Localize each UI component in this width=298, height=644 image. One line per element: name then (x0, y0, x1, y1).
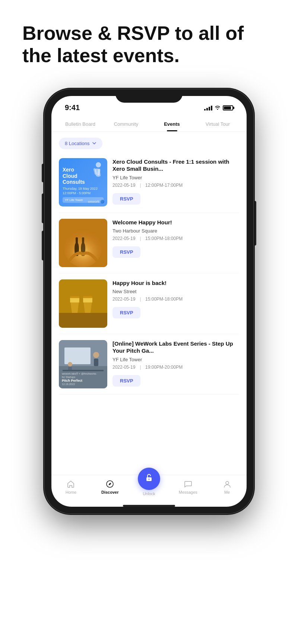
phone-device: 9:41 (45, 89, 253, 513)
rsvp-button-happy-hour-back[interactable]: RSVP (112, 307, 140, 318)
volume-down-button (42, 231, 45, 260)
unlock-icon (145, 473, 153, 484)
bottom-nav-me[interactable]: Me (207, 480, 247, 494)
event-datetime-happy-hour-back: 2022-05-19 ｜ 15:00PM-18:00PM (112, 296, 239, 302)
unlock-fab-button[interactable] (138, 468, 160, 490)
event-title-pitch-perfect: [Online] WeWork Labs Event Series - Step… (112, 340, 239, 355)
page-title: Browse & RSVP to all of the latest event… (22, 22, 276, 67)
home-icon (66, 480, 75, 488)
event-datetime-xero: 2022-05-19 ｜ 12:00PM-17:00PM (112, 182, 239, 189)
event-location-happy-hour-back: New Street (112, 289, 239, 294)
location-pill-button[interactable]: 8 Locations (59, 138, 102, 149)
tab-bulletin-board[interactable]: Bulletin Board (57, 118, 103, 131)
volume-mute-button (42, 164, 45, 182)
messages-icon (184, 480, 193, 488)
svg-rect-8 (70, 298, 79, 302)
svg-point-22 (226, 481, 229, 484)
wifi-icon (215, 105, 221, 111)
event-title-xero: Xero Cloud Consults - Free 1:1 session w… (112, 158, 239, 173)
bottom-nav-discover[interactable]: Discover (91, 480, 130, 494)
pitch-perfect-label: Pitch Perfect (62, 379, 104, 383)
event-location-xero: YF Life Tower (112, 175, 239, 180)
event-location-pitch-perfect: YF Life Tower (112, 357, 239, 362)
volume-up-button (42, 193, 45, 223)
nav-tabs: Bulletin Board Community Events Virtual … (51, 115, 247, 132)
svg-point-14 (93, 352, 99, 358)
compass-icon (105, 480, 114, 488)
me-label: Me (224, 490, 230, 494)
event-datetime-happy-hour: 2022-05-19 ｜ 15:00PM-18:00PM (112, 236, 239, 242)
svg-point-16 (68, 362, 72, 366)
svg-point-21 (148, 479, 149, 480)
rsvp-button-happy-hour[interactable]: RSVP (112, 246, 140, 258)
phone-notch (115, 89, 183, 103)
power-button (253, 201, 256, 246)
discover-label: Discover (101, 490, 118, 494)
event-image-happy-hour (59, 219, 107, 267)
battery-icon (223, 105, 233, 110)
event-card-pitch-perfect: wework labs® × @freshworksfor Startups P… (59, 334, 239, 395)
event-location-happy-hour: Two Harbour Square (112, 228, 239, 234)
event-datetime-pitch-perfect: 2022-05-19 ｜ 19:00PM-20:00PM (112, 364, 239, 371)
event-details-pitch-perfect: [Online] WeWork Labs Event Series - Step… (112, 340, 239, 388)
event-image-happy-hour-back (59, 279, 107, 328)
event-title-happy-hour: Welcome Happy Hour! (112, 219, 239, 226)
xero-figure-icon (90, 162, 104, 182)
event-card-happy-hour-back: Happy Hour is back! New Street 2022-05-1… (59, 273, 239, 334)
svg-rect-13 (64, 347, 91, 364)
phone-screen: 9:41 (51, 96, 247, 507)
tab-community[interactable]: Community (103, 118, 149, 131)
rsvp-button-pitch-perfect[interactable]: RSVP (112, 375, 140, 387)
xero-event-date: Thursday, 19 May 202212:00PM - 5:00PM (63, 187, 104, 195)
events-list[interactable]: 8 Locations (51, 132, 247, 475)
pitch-overlay: wework labs® × @freshworksfor Startups P… (62, 372, 104, 385)
xero-brand: wework 🔵 (88, 200, 104, 204)
messages-label: Messages (179, 490, 197, 494)
signal-icon (204, 105, 212, 110)
home-label: Home (66, 490, 76, 494)
svg-rect-6 (59, 313, 107, 328)
event-details-happy-hour-back: Happy Hour is back! New Street 2022-05-1… (112, 279, 239, 328)
event-title-happy-hour-back: Happy Hour is back! (112, 279, 239, 287)
svg-rect-18 (63, 370, 104, 371)
status-time: 9:41 (65, 103, 80, 112)
event-image-xero: XeroCloudConsults Thursday, 19 May 20221… (59, 158, 107, 206)
bottom-nav-unlock[interactable]: Unlock (130, 478, 169, 496)
event-details-xero: Xero Cloud Consults - Free 1:1 session w… (112, 158, 239, 206)
tab-virtual-tour[interactable]: Virtual Tour (195, 118, 241, 131)
svg-rect-10 (83, 298, 92, 302)
bottom-nav-home[interactable]: Home (51, 480, 91, 494)
event-card-xero: XeroCloudConsults Thursday, 19 May 20221… (59, 152, 239, 213)
tab-events[interactable]: Events (149, 118, 195, 131)
home-indicator (123, 505, 175, 507)
unlock-label: Unlock (143, 491, 155, 496)
page-header: Browse & RSVP to all of the latest event… (0, 0, 298, 82)
event-details-happy-hour: Welcome Happy Hour! Two Harbour Square 2… (112, 219, 239, 267)
status-icons (204, 105, 233, 111)
chevron-down-icon (92, 141, 96, 145)
svg-point-0 (96, 162, 101, 167)
event-image-pitch-perfect: wework labs® × @freshworksfor Startups P… (59, 340, 107, 388)
svg-rect-15 (94, 359, 98, 366)
bottom-nav: Home Discover (51, 475, 247, 503)
person-icon (223, 480, 232, 488)
event-card-happy-hour: Welcome Happy Hour! Two Harbour Square 2… (59, 213, 239, 273)
location-filter: 8 Locations (59, 132, 239, 152)
bottom-nav-messages[interactable]: Messages (168, 480, 207, 494)
rsvp-button-xero[interactable]: RSVP (112, 193, 140, 205)
